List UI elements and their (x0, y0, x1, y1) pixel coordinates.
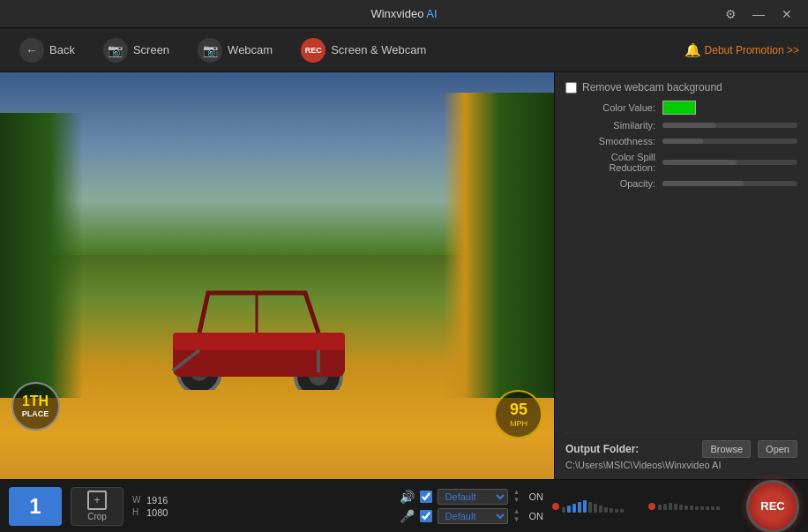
similarity-fill (662, 123, 716, 128)
speaker-on-badge: ON (529, 491, 544, 502)
hud-speed: 95 MPH (494, 390, 542, 438)
output-path: C:\Users\MSIC\Videos\Winxvideo AI (565, 460, 797, 470)
speaker-select[interactable]: Default (438, 489, 508, 505)
lb2-6 (685, 506, 688, 510)
hud-place: 1TH PLACE (11, 382, 60, 431)
lb2-11 (711, 506, 714, 510)
webcam-bg-label: Remove webcam background (582, 81, 722, 94)
level-bar-8 (599, 506, 602, 513)
speaker-arrows[interactable]: ▲ ▼ (513, 489, 520, 504)
level-dot-1 (552, 503, 559, 510)
back-icon: ← (19, 38, 44, 63)
mic-arrows[interactable]: ▲ ▼ (513, 508, 520, 523)
minimize-button[interactable]: — (746, 2, 771, 26)
lb2-5 (679, 505, 683, 510)
opacity-track[interactable] (662, 181, 797, 186)
speaker-up-arrow: ▲ (513, 489, 520, 496)
level-bar-7 (594, 504, 597, 513)
level-bars (562, 500, 624, 513)
level-bar-2 (567, 506, 571, 513)
color-spill-fill (662, 160, 737, 165)
hud-place-label: PLACE (22, 409, 49, 418)
car-svg (155, 266, 367, 390)
back-button[interactable]: ← Back (9, 34, 86, 66)
output-row: Output Folder: Browse Open (565, 440, 797, 458)
rec-button[interactable]: REC (746, 480, 799, 533)
screen-button[interactable]: 📷 Screen (93, 34, 180, 66)
lb2-10 (706, 506, 709, 510)
color-value-box[interactable] (662, 101, 696, 115)
opacity-fill (662, 181, 744, 186)
promo-link[interactable]: 🔔 Debut Promotion >> (685, 42, 799, 58)
scene-trees-left (0, 113, 83, 398)
similarity-track[interactable] (662, 123, 797, 128)
level-bars-2 (658, 503, 720, 510)
open-button[interactable]: Open (758, 440, 797, 458)
speaker-icon: 🔊 (400, 490, 415, 504)
back-label: Back (49, 43, 75, 56)
mic-icon: 🎤 (400, 509, 415, 523)
level-bars-area-2 (648, 503, 720, 510)
lb2-7 (690, 506, 693, 510)
close-button[interactable]: ✕ (774, 2, 799, 26)
lb2-3 (669, 503, 672, 510)
level-bar-1 (562, 507, 565, 513)
color-spill-track[interactable] (662, 160, 797, 165)
toolbar: ← Back 📷 Screen 📷 Webcam REC Screen & We… (0, 28, 808, 72)
screen-label: Screen (133, 43, 169, 56)
width-value: 1916 (146, 495, 168, 506)
right-panel: Remove webcam background Color Value: Si… (554, 72, 808, 479)
promo-label: Debut Promotion >> (705, 44, 799, 56)
mic-on-badge: ON (529, 511, 544, 521)
level-bar-4 (578, 502, 581, 513)
speaker-checkbox[interactable] (420, 491, 432, 503)
lb2-12 (716, 506, 720, 510)
color-spill-label: Color Spill Reduction: (565, 152, 662, 173)
rec-icon: REC (301, 38, 325, 63)
settings-button[interactable]: ⚙ (718, 2, 743, 26)
webcam-button[interactable]: 📷 Webcam (187, 34, 283, 66)
smoothness-label: Smoothness: (565, 136, 662, 146)
svg-line-7 (305, 293, 318, 333)
smoothness-row: Smoothness: (565, 136, 797, 146)
similarity-row: Similarity: (565, 120, 797, 131)
level-bar-10 (610, 508, 613, 513)
webcam-icon: 📷 (198, 38, 222, 63)
output-section: Output Folder: Browse Open C:\Users\MSIC… (565, 432, 797, 470)
mic-select[interactable]: Default (438, 508, 508, 524)
screen-webcam-button[interactable]: REC Screen & Webcam (290, 34, 437, 66)
webcam-bg-header: Remove webcam background (565, 81, 797, 94)
hud-speed-label: MPH (510, 419, 527, 428)
crop-button[interactable]: Crop (71, 487, 123, 526)
color-spill-row: Color Spill Reduction: (565, 152, 797, 173)
level-bar-11 (615, 509, 618, 513)
webcam-bg-section: Remove webcam background Color Value: Si… (565, 81, 797, 194)
scene-trees-right (443, 93, 554, 398)
lb2-4 (674, 504, 677, 510)
mic-checkbox[interactable] (420, 510, 432, 522)
level-bars-area (552, 500, 624, 513)
width-row: W 1916 (132, 495, 168, 506)
title-bar: Winxvideo AI ⚙ — ✕ (0, 0, 808, 28)
svg-line-6 (199, 293, 208, 333)
dimensions-area: W 1916 H 1080 (132, 495, 168, 518)
level-bar-9 (604, 507, 608, 513)
bell-icon: 🔔 (685, 42, 701, 58)
hud-speed-number: 95 (510, 401, 527, 419)
color-value-label: Color Value: (565, 102, 662, 113)
similarity-label: Similarity: (565, 120, 662, 131)
level-bar-12 (620, 509, 624, 513)
speaker-down-arrow: ▼ (513, 497, 520, 504)
webcam-label: Webcam (228, 43, 273, 56)
crop-icon (87, 491, 107, 510)
output-folder-label: Output Folder: (565, 443, 639, 455)
browse-button[interactable]: Browse (702, 440, 751, 458)
source-badge[interactable]: 1 (9, 487, 62, 526)
lb2-8 (695, 506, 699, 510)
lb2-2 (663, 504, 667, 510)
hud-place-number: 1TH (22, 393, 49, 409)
screen-icon: 📷 (103, 38, 128, 63)
smoothness-track[interactable] (662, 139, 797, 144)
webcam-bg-checkbox[interactable] (565, 82, 577, 94)
audio-section: 🔊 Default ▲ ▼ ON 🎤 Default ▲ ▼ ON (400, 489, 543, 524)
